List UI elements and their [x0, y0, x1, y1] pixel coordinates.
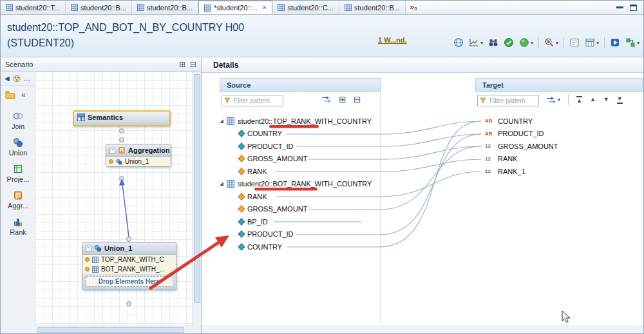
globe-icon	[453, 37, 464, 48]
execute-icon	[610, 37, 620, 48]
execute-button[interactable]	[610, 37, 620, 48]
tab-close-icon[interactable]: ✕	[262, 5, 267, 11]
union-node[interactable]: − Union_1 TOP_RANK_WITH_C BOT_RANK_WITH_…	[82, 242, 176, 290]
editor-tabbar: student20::T... student20::B... student2…	[1, 1, 643, 15]
source-field-row[interactable]: BP_ID	[220, 215, 383, 228]
source-field-row[interactable]: COUNTRY	[220, 241, 383, 253]
source-field-row[interactable]: PRODUCT_ID	[220, 228, 383, 241]
data-preview-button[interactable]: ▾	[469, 37, 483, 48]
tab-student20-2[interactable]: student20::B...	[66, 1, 132, 14]
node-layout-icon	[625, 37, 636, 48]
palette-more-icon[interactable]: ...	[24, 75, 31, 82]
auto-map-icon[interactable]	[321, 95, 332, 103]
palette-item-projection[interactable]: Proje...	[7, 164, 30, 183]
aggregation-icon	[13, 190, 23, 201]
analysis-button[interactable]: ▾	[544, 37, 558, 48]
scenario-canvas[interactable]: Semantics − Aggregation	[35, 72, 193, 326]
source-field-row[interactable]: GROSS_AMOUNT	[220, 153, 383, 166]
target-field-row[interactable]: 12 GROSS_AMOUNT	[475, 140, 644, 153]
table-icon	[585, 37, 595, 48]
tree-expander-icon[interactable]	[220, 119, 223, 123]
union-input-row[interactable]: TOP_RANK_WITH_C	[82, 255, 176, 264]
header-toolbar: ▾	[453, 35, 639, 50]
attribute-icon	[238, 231, 245, 238]
collapse-node-icon[interactable]: −	[109, 148, 115, 153]
filter-icon	[224, 97, 231, 104]
back-arrow-icon[interactable]: ◀	[5, 75, 10, 82]
union-input-row[interactable]: BOT_RANK_WITH_...	[82, 264, 176, 274]
layout-button[interactable]	[569, 37, 580, 48]
palette-icon[interactable]	[13, 75, 21, 83]
scrollbar-thumb[interactable]	[194, 74, 200, 303]
tab-student20-1[interactable]: student20::T...	[1, 1, 66, 14]
target-field-row[interactable]: 12 RANK_1	[475, 165, 644, 178]
port-icon	[85, 267, 90, 271]
minimize-icon[interactable]	[616, 6, 623, 8]
tab-student20-5[interactable]: student20::C...	[272, 1, 339, 14]
source-node-row[interactable]: student20::BOT_RANK_WITH_COUNTRY	[220, 178, 383, 191]
collapse-node-icon[interactable]: −	[86, 246, 91, 251]
palette-item-union[interactable]: Union	[9, 137, 28, 157]
canvas-vertical-scrollbar[interactable]	[193, 72, 201, 326]
map-automatically-button[interactable]: ▾	[546, 96, 560, 104]
aggregation-node[interactable]: − Aggregation Union_1	[106, 144, 171, 167]
source-field-row[interactable]: RANK	[220, 190, 383, 203]
warnings-link[interactable]: 1 W...nd.	[378, 36, 407, 44]
target-field-row[interactable]: AB COUNTRY	[475, 115, 644, 128]
drop-elements-zone[interactable]: Drop Elements Here	[85, 276, 173, 287]
canvas-horizontal-scrollbar[interactable]	[35, 326, 193, 333]
globe-button[interactable]	[453, 37, 464, 48]
source-node-row[interactable]: student20::TOP_RANK_WITH_COUNTRY	[220, 115, 383, 128]
tab-student20-4-active[interactable]: *student20::... ✕	[198, 1, 272, 14]
aggregation-input-row[interactable]: Union_1	[106, 157, 171, 166]
auto-arrange-button[interactable]: ▾	[625, 37, 639, 48]
source-field-row[interactable]: PRODUCT_ID	[220, 140, 383, 153]
palette-item-rank[interactable]: Rank	[10, 217, 26, 236]
move-to-bottom-icon[interactable]: ▼	[617, 96, 623, 104]
union-icon	[116, 159, 122, 165]
source-tree: student20::TOP_RANK_WITH_COUNTRY COUNTRY…	[220, 115, 383, 253]
tab-student20-3[interactable]: student20::B...	[132, 1, 198, 14]
target-field-row[interactable]: AB PRODUCT_ID	[475, 128, 644, 141]
hidden-tab-count: 5	[414, 6, 417, 12]
tree-expander-icon[interactable]	[220, 182, 223, 186]
palette-item-aggregation[interactable]: Aggr...	[8, 190, 28, 210]
union-icon	[94, 244, 102, 252]
details-panel: Details Source ⊞ ⊟ student20::TOP_RANK_W…	[202, 57, 643, 333]
tab-overflow-chevron[interactable]: » 5	[406, 1, 421, 14]
toolbar-separator	[538, 37, 539, 48]
expand-all-icon[interactable]: ⊞	[179, 60, 185, 69]
target-filter-input[interactable]	[488, 97, 535, 105]
scrollbar-thumb[interactable]	[37, 327, 184, 333]
collapse-rail-icon[interactable]: «	[21, 90, 26, 99]
calcview-icon	[227, 180, 234, 188]
move-to-top-icon[interactable]: ▲	[576, 96, 582, 104]
table-view-button[interactable]: ▾	[585, 37, 599, 48]
tab-label: student20::C...	[287, 4, 334, 12]
details-horizontal-scrollbar[interactable]	[202, 326, 643, 333]
move-up-icon[interactable]: ▲	[590, 97, 596, 103]
collapse-all-icon[interactable]: ⊟	[190, 60, 196, 69]
source-field-row[interactable]: RANK	[220, 165, 383, 178]
chevron-down-icon: ▾	[480, 40, 483, 46]
activate-button[interactable]: ▾	[519, 37, 533, 48]
maximize-icon[interactable]	[630, 5, 637, 11]
source-field-row[interactable]: COUNTRY	[220, 128, 383, 141]
source-filter-input[interactable]	[232, 97, 279, 105]
where-used-button[interactable]	[488, 37, 498, 48]
semantics-node[interactable]: Semantics	[73, 110, 171, 126]
expand-all-icon[interactable]: ⊞	[339, 94, 346, 104]
source-field-row[interactable]: GROSS_AMOUNT	[220, 203, 383, 216]
page-subtitle: (STUDENT20)	[7, 37, 74, 49]
node-title: Aggregation	[128, 146, 170, 154]
validate-button[interactable]	[504, 37, 514, 48]
target-field-row[interactable]: 12 RANK	[475, 153, 644, 166]
folder-icon[interactable]	[5, 90, 15, 100]
collapse-all-icon[interactable]: ⊟	[354, 94, 361, 104]
tab-student20-6[interactable]: student20::B...	[339, 1, 406, 14]
semantics-icon	[77, 113, 85, 121]
palette-item-join[interactable]: Join	[12, 111, 24, 130]
rank-icon	[13, 217, 23, 227]
move-down-icon[interactable]: ▼	[603, 97, 609, 103]
field-label: GROSS_AMOUNT	[247, 155, 308, 162]
